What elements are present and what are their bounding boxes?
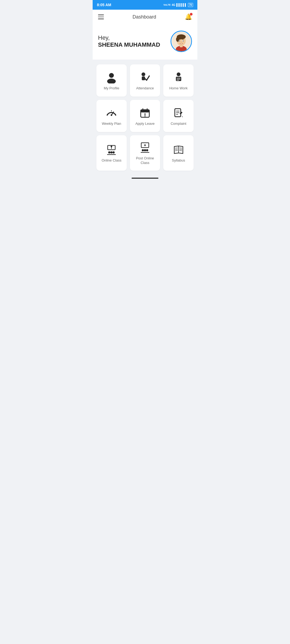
grid-section: My Profile Attendance: [93, 60, 197, 175]
greeting-hey: Hey,: [98, 34, 160, 41]
post-class-icon: [139, 142, 151, 153]
svg-line-55: [179, 148, 182, 148]
svg-point-13: [142, 72, 145, 76]
svg-line-52: [175, 148, 178, 148]
svg-point-12: [107, 79, 116, 83]
signal-bars: ▌▌▌▌▌: [176, 3, 187, 6]
homework-icon: [173, 72, 184, 83]
svg-point-10: [181, 42, 182, 42]
greeting-section: Hey, SHEENA MUHAMMAD: [93, 24, 197, 60]
card-post-online-class-label: Post Online Class: [132, 156, 158, 165]
svg-point-11: [109, 73, 114, 78]
svg-point-48: [144, 149, 146, 151]
speedometer-icon: [106, 107, 117, 119]
signal-strength: 4G: [172, 3, 175, 6]
card-online-class[interactable]: Online Class: [96, 135, 127, 171]
svg-point-42: [111, 146, 112, 147]
person-icon: [106, 72, 117, 83]
card-complaint[interactable]: Complaint: [163, 100, 194, 132]
book-icon: [173, 144, 184, 156]
card-apply-leave[interactable]: Apply Leave: [130, 100, 160, 132]
card-syllabus-label: Syllabus: [172, 158, 185, 163]
svg-point-30: [144, 116, 145, 117]
menu-grid: My Profile Attendance: [96, 64, 194, 171]
hamburger-menu[interactable]: [98, 14, 104, 19]
complaint-icon: [173, 107, 184, 119]
card-attendance-label: Attendance: [136, 86, 154, 91]
svg-point-39: [110, 151, 113, 153]
svg-point-38: [108, 151, 110, 153]
svg-point-15: [177, 72, 180, 76]
card-weekly-plan[interactable]: Weekly Plan: [96, 100, 127, 132]
card-syllabus[interactable]: Syllabus: [163, 135, 194, 171]
notification-dot: [190, 13, 193, 16]
svg-line-56: [179, 149, 182, 149]
svg-rect-26: [141, 110, 149, 112]
page-title: Dashboard: [132, 14, 156, 20]
greeting-name: SHEENA MUHAMMAD: [98, 41, 160, 48]
card-post-online-class[interactable]: Post Online Class: [130, 135, 160, 171]
avatar: [171, 31, 192, 52]
svg-marker-36: [182, 116, 183, 117]
card-apply-leave-label: Apply Leave: [135, 122, 155, 126]
card-my-profile-label: My Profile: [104, 86, 119, 91]
svg-point-49: [146, 149, 148, 151]
svg-rect-14: [142, 76, 145, 80]
card-home-work-label: Home Work: [169, 86, 187, 91]
status-icons: VoLTE 4G ▌▌▌▌▌ 70: [163, 3, 193, 7]
card-complaint-label: Complaint: [171, 122, 186, 126]
card-my-profile[interactable]: My Profile: [96, 64, 127, 97]
home-indicator: [132, 178, 158, 179]
volte-icon: VoLTE: [163, 3, 171, 6]
attendance-icon: [139, 72, 151, 83]
status-time: 8:05 AM: [97, 3, 111, 7]
avatar-image: [171, 31, 191, 52]
svg-line-57: [179, 151, 182, 151]
card-online-class-label: Online Class: [102, 158, 121, 163]
card-weekly-plan-label: Weekly Plan: [102, 122, 121, 126]
bottom-bar: [93, 175, 197, 181]
status-bar: 8:05 AM VoLTE 4G ▌▌▌▌▌ 70: [93, 0, 197, 10]
svg-line-53: [175, 149, 178, 149]
calendar-alert-icon: [139, 107, 151, 119]
svg-point-8: [179, 41, 180, 41]
card-home-work[interactable]: Home Work: [163, 64, 194, 97]
svg-point-24: [111, 114, 112, 116]
svg-line-54: [175, 151, 178, 151]
svg-point-9: [183, 41, 183, 41]
card-attendance[interactable]: Attendance: [130, 64, 160, 97]
battery-indicator: 70: [188, 3, 193, 7]
online-class-icon: [106, 144, 117, 156]
greeting-text: Hey, SHEENA MUHAMMAD: [98, 34, 160, 48]
svg-point-40: [113, 151, 115, 153]
svg-point-47: [142, 149, 144, 151]
notification-bell[interactable]: 🔔: [185, 13, 192, 20]
app-header: Dashboard 🔔: [93, 10, 197, 24]
